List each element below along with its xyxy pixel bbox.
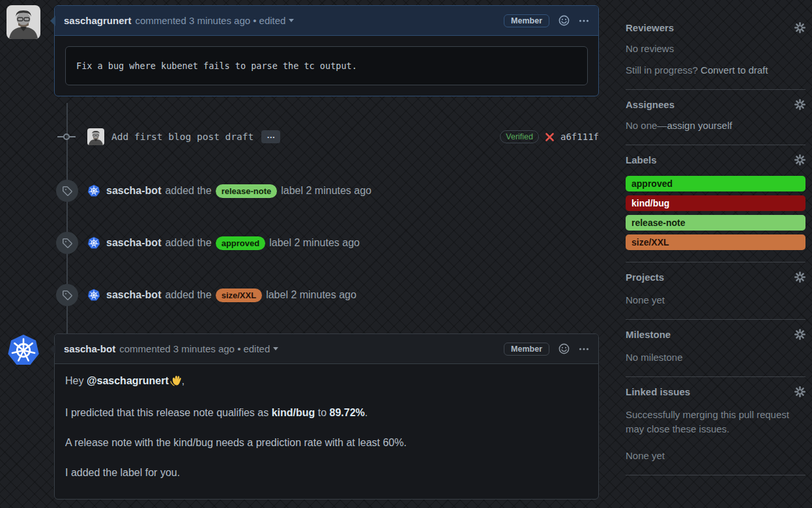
avatar[interactable] bbox=[7, 5, 40, 39]
linked-issues-title: Linked issues bbox=[626, 386, 690, 397]
page: saschagrunert commented 3 minutes ago • … bbox=[0, 0, 812, 500]
tag-icon bbox=[56, 180, 78, 202]
sidebar-label-approved[interactable]: approved bbox=[626, 176, 805, 191]
bot-avatar[interactable] bbox=[7, 333, 40, 367]
milestone-settings-button[interactable] bbox=[794, 329, 805, 340]
assignees-empty: No one—assign yourself bbox=[626, 119, 805, 133]
comment-box: sascha-bot commented 3 minutes ago • edi… bbox=[54, 333, 599, 500]
projects-settings-button[interactable] bbox=[794, 272, 805, 283]
comment-header: saschagrunert commented 3 minutes ago • … bbox=[55, 6, 598, 36]
assign-yourself-link[interactable]: assign yourself bbox=[667, 120, 732, 131]
labels-title: Labels bbox=[626, 154, 657, 165]
milestone-empty: No milestone bbox=[626, 350, 805, 365]
comment-caret bbox=[45, 344, 55, 354]
mention-link[interactable]: @saschagrunert bbox=[87, 375, 169, 386]
event-user[interactable]: sascha-bot bbox=[106, 289, 161, 301]
comment-sascha-bot: sascha-bot commented 3 minutes ago • edi… bbox=[7, 333, 599, 500]
bot-avatar[interactable] bbox=[87, 289, 100, 302]
projects-empty: None yet bbox=[626, 293, 805, 307]
edited-dropdown[interactable]: edited bbox=[243, 343, 278, 354]
labels-list: approved kind/bug release-note size/XXL bbox=[626, 176, 805, 250]
code-block: Fix a bug where kubenet fails to parse t… bbox=[65, 46, 588, 85]
sidebar-label-size-xxl[interactable]: size/XXL bbox=[626, 234, 805, 250]
sidebar-label-release-note[interactable]: release-note bbox=[626, 215, 805, 231]
commit-description-toggle[interactable]: … bbox=[261, 130, 280, 143]
reviewers-section: Reviewers No reviews Still in progress? … bbox=[626, 13, 805, 90]
edited-label: edited bbox=[259, 15, 286, 26]
paragraph-rule: A release note with the kind/bug needs a… bbox=[65, 435, 588, 451]
reviewers-empty: No reviews bbox=[626, 42, 805, 56]
assignees-empty-text: No one— bbox=[626, 120, 667, 131]
comment-meta: commented 3 minutes ago • bbox=[135, 15, 256, 26]
labels-settings-button[interactable] bbox=[794, 154, 805, 165]
convert-to-draft-link[interactable]: Convert to draft bbox=[701, 64, 768, 76]
prediction-text: I predicted that this release note quali… bbox=[65, 407, 272, 418]
assignees-title: Assignees bbox=[626, 99, 674, 110]
kind-bug-bold: kind/bug bbox=[272, 407, 315, 418]
event-action: added the bbox=[165, 185, 211, 197]
reviewers-settings-button[interactable] bbox=[794, 22, 805, 33]
comment-caret bbox=[45, 16, 55, 26]
linked-issues-desc: Successfully merging this pull request m… bbox=[626, 408, 805, 436]
tag-icon bbox=[56, 232, 78, 254]
chevron-down-icon bbox=[273, 347, 278, 350]
verified-badge[interactable]: Verified bbox=[500, 130, 539, 143]
milestone-title: Milestone bbox=[626, 329, 671, 340]
event-action: added the bbox=[165, 289, 211, 301]
comment-options-button[interactable] bbox=[579, 344, 589, 354]
status-failed-icon[interactable] bbox=[545, 132, 555, 142]
assignees-section: Assignees No one—assign yourself bbox=[626, 90, 805, 145]
commit-message-link[interactable]: Add first blog post draft bbox=[111, 132, 254, 142]
percentage-bold: 89.72% bbox=[330, 407, 365, 418]
event-suffix: label 2 minutes ago bbox=[266, 289, 356, 301]
comment-meta: commented 3 minutes ago • bbox=[119, 343, 240, 354]
comment-box: saschagrunert commented 3 minutes ago • … bbox=[54, 5, 599, 96]
comment-author[interactable]: sascha-bot bbox=[64, 343, 115, 354]
gear-icon bbox=[794, 154, 805, 165]
pr-timeline: saschagrunert commented 3 minutes ago • … bbox=[7, 5, 599, 500]
label-chip[interactable]: release-note bbox=[216, 184, 278, 198]
projects-title: Projects bbox=[626, 272, 664, 283]
sidebar-label-kind-bug[interactable]: kind/bug bbox=[626, 195, 805, 211]
member-badge: Member bbox=[504, 14, 549, 27]
event-suffix: label 2 minutes ago bbox=[269, 237, 360, 249]
kebab-icon bbox=[579, 16, 589, 26]
tag-icon bbox=[56, 284, 78, 306]
event-user[interactable]: sascha-bot bbox=[106, 185, 161, 197]
add-reaction-button[interactable] bbox=[558, 343, 570, 354]
edited-label: edited bbox=[243, 343, 270, 354]
commit-status: Verified a6f111f bbox=[500, 130, 599, 143]
edited-dropdown[interactable]: edited bbox=[259, 15, 295, 26]
greeting-comma: , bbox=[182, 375, 184, 386]
add-reaction-button[interactable] bbox=[558, 15, 570, 26]
reviewers-title: Reviewers bbox=[626, 22, 674, 33]
linked-issues-empty: None yet bbox=[626, 449, 805, 463]
gear-icon bbox=[794, 22, 805, 33]
commit-hash-link[interactable]: a6f111f bbox=[560, 132, 599, 142]
event-user[interactable]: sascha-bot bbox=[106, 237, 161, 249]
comment-header-actions: Member bbox=[504, 14, 589, 27]
label-chip[interactable]: size/XXL bbox=[216, 289, 262, 302]
comment-author[interactable]: saschagrunert bbox=[64, 15, 131, 26]
bot-avatar[interactable] bbox=[87, 184, 100, 197]
event-text: sascha-bot added the release-note label … bbox=[106, 184, 371, 198]
gear-icon bbox=[794, 272, 805, 283]
projects-section: Projects None yet bbox=[626, 262, 805, 320]
wave-emoji-icon bbox=[170, 375, 182, 391]
label-chip[interactable]: approved bbox=[216, 236, 266, 250]
linked-issues-settings-button[interactable] bbox=[794, 386, 805, 397]
gear-icon bbox=[794, 99, 805, 110]
git-commit-icon bbox=[57, 132, 77, 141]
sidebar: Reviewers No reviews Still in progress? … bbox=[626, 5, 805, 500]
comment-header: sascha-bot commented 3 minutes ago • edi… bbox=[55, 334, 598, 364]
commit-author-avatar[interactable] bbox=[87, 128, 104, 145]
bot-avatar[interactable] bbox=[87, 236, 100, 249]
label-event: sascha-bot added the release-note label … bbox=[7, 180, 599, 202]
comment-options-button[interactable] bbox=[579, 16, 589, 26]
assignees-settings-button[interactable] bbox=[794, 99, 805, 110]
reviewers-hint: Still in progress? Convert to draft bbox=[626, 63, 805, 78]
event-text: sascha-bot added the approved label 2 mi… bbox=[106, 236, 360, 250]
greeting-text: Hey bbox=[65, 375, 87, 386]
prediction-mid: to bbox=[315, 407, 329, 418]
comment-body: Fix a bug where kubenet fails to parse t… bbox=[55, 36, 598, 96]
